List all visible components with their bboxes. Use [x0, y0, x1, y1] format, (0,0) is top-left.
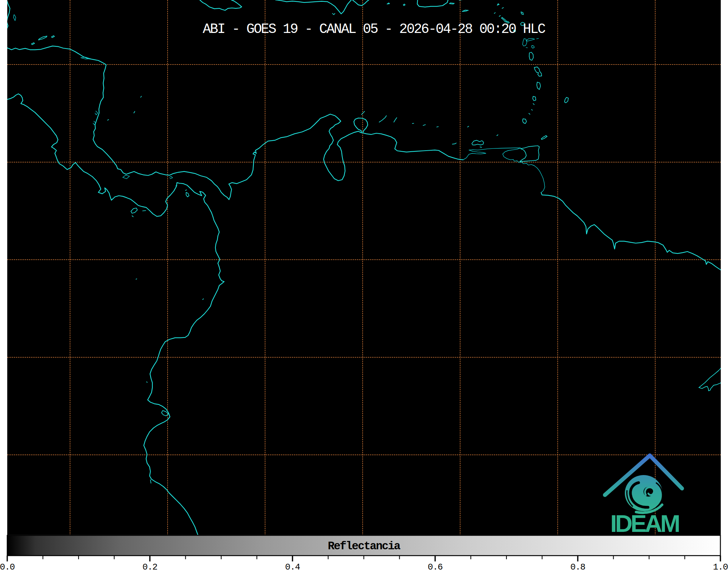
svg-text:Reflectancia: Reflectancia [328, 540, 400, 553]
svg-text:IDEAM: IDEAM [610, 510, 679, 537]
svg-text:0.4: 0.4 [285, 562, 300, 571]
svg-text:1.0: 1.0 [713, 562, 728, 571]
svg-text:0.8: 0.8 [571, 562, 585, 571]
svg-text:0.0: 0.0 [0, 562, 15, 571]
svg-text:ABI - GOES 19 - CANAL 05 - 202: ABI - GOES 19 - CANAL 05 - 2026-04-28 00… [203, 21, 546, 37]
svg-text:0.6: 0.6 [428, 562, 443, 571]
svg-text:0.2: 0.2 [143, 562, 157, 571]
